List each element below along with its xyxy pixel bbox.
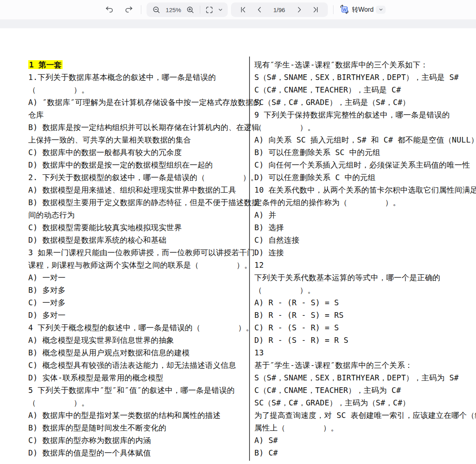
first-page-icon [239,6,247,14]
document-text-line: B) 选择 [254,221,476,234]
document-text-line: D) 可以任意删除关系 C 中的元组 [254,171,476,184]
document-text-line: 13 [254,346,476,359]
fit-page-icon [205,6,214,14]
document-text-line: 属性上（ ）。 [254,422,476,434]
document-text-line: C) 自然连接 [254,234,476,246]
document-text-line: B) 可以任意删除关系 SC 中的元组 [254,146,476,159]
undo-button[interactable] [103,3,116,17]
next-page-icon [295,6,303,14]
document-text-line: B) C# [254,447,476,459]
document-text-line: B) 数据库是按一定结构组织并可以长期存储在计算机内的、在逻辑 [28,121,250,134]
document-text-line: 5 下列关于数据库中″型″和″值″的叙述中，哪一条是错误的 [28,384,250,397]
document-text-line: （ ）。 [254,284,476,296]
document-text-line: （ ）。 [28,84,250,96]
pdf-toolbar: 125% [0,0,476,19]
document-text-line: 课程，则课程与教师这两个实体型之间的联系是（ ）。 [28,259,250,271]
document-text-line: C) 向任何一个关系插入元组时，必须保证关系主码值的唯一性 [254,159,476,171]
page-navigation-group: 1/96 [231,2,328,17]
document-text-line: A) 向关系 SC 插入元组时，S# 和 C# 都不能是空值（NULL） [254,134,476,146]
document-text-line: C) 概念模型具有较强的语法表达能力，却无法描述语义信息 [28,359,250,372]
convert-to-word-label: 转Word [352,6,374,14]
document-text-line: A) 数据库中的型是指对某一类数据的结构和属性的描述 [28,409,250,422]
document-text-line: 4 下列关于概念模型的叙述中，哪一条是错误的（ ）。 [28,321,250,334]
document-text-line: 9 下列关于保持数据库完整性的叙述中，哪一条是错误的 [254,109,476,121]
document-text-line: SC（S#，C#，GRADE），主码是（S#，C#） [254,96,476,109]
document-text-line: A) 并 [254,209,476,221]
zoom-group-divider [200,6,200,14]
convert-to-word-icon: W [340,4,349,15]
document-text-line: A) 概念模型是现实世界到信息世界的抽象 [28,334,250,346]
document-text-line: 上保持一致的、可共享的大量相关联数据的集合 [28,134,250,146]
document-text-line: 现有″学生-选课-课程″数据库中的三个关系如下： [254,59,476,71]
document-text-line: 定条件的元组的操作称为（ ）。 [254,196,476,209]
document-text-line: C（C#，CNAME，TEACHER），主码为 C# [254,384,476,397]
convert-to-word-button[interactable]: W 转Word [339,3,375,17]
document-text-line: C) 数据模型需要能比较真实地模拟现实世界 [28,221,250,234]
redo-button[interactable] [122,3,136,17]
document-text-line: B) 数据库的型是随时间发生不断变化的 [28,422,250,434]
document-text-line: D) 数据模型是数据库系统的核心和基础 [28,234,250,246]
document-text-line: 下列关于关系代数基本运算的等式中，哪一个是正确的 [254,271,476,284]
document-text-line: C) 数据库中的数据一般都具有较大的冗余度 [28,146,250,159]
zoom-level-value[interactable]: 125% [164,6,184,13]
document-text-line: 10 在关系代数中，从两个关系的笛卡尔积中选取它们属性间满足一 [254,184,476,196]
right-text-column: 现有″学生-选课-课程″数据库中的三个关系如下：S（S#，SNAME，SEX，B… [254,59,476,459]
document-text-line: 为了提高查询速度，对 SC 表创建唯一索引，应该建立在哪个（组） [254,409,476,422]
document-text-line: C) 数据库的型亦称为数据库的内涵 [28,434,250,447]
document-text-line: A) S# [254,434,476,447]
svg-text:W: W [342,7,346,12]
document-text-line: 1 第一套 [28,59,250,71]
document-text-line: B) R - (R - S) = RS [254,309,476,321]
chevron-down-icon [218,7,223,12]
prev-page-icon [256,6,264,14]
zoom-out-button[interactable] [150,3,164,17]
zoom-in-button[interactable] [184,3,197,17]
document-text-line: 仓库 [28,109,250,121]
first-page-button[interactable] [237,3,250,17]
document-text-line: C) R - (S - R) = S [254,321,476,334]
document-text-line: D) 实体-联系模型是最常用的概念模型 [28,372,250,384]
left-text-column: 1 第一套1.下列关于数据库基本概念的叙述中，哪一条是错误的（ ）。A) ″数据… [28,59,250,459]
document-text-line: A) R - (R - S) = S [254,296,476,309]
document-text-line: SC（S#，C#，GRADE），主码为（S#，C#） [254,397,476,409]
document-text-line: 3 如果一门课程只能由一位教师讲授，而一位教师可以讲授若干门 [28,246,250,259]
document-text-line: 基于″学生-选课-课程″数据库中的三个关系： [254,359,476,372]
document-text-line: 12 [254,259,476,271]
document-text-line: C（C#，CNAME，TEACHER），主码是 C# [254,84,476,96]
document-text-line: B) 概念模型是从用户观点对数据和信息的建模 [28,346,250,359]
last-page-button[interactable] [308,3,322,17]
document-text-line: C) 一对多 [28,296,250,309]
zoom-controls-group: 125% [147,2,228,17]
document-text-line: S（S#，SNAME，SEX，BIRTHYEAR，DEPT），主码为 S# [254,372,476,384]
document-text-line: （ ）。 [28,397,250,409]
previous-page-button[interactable] [253,3,266,17]
document-text-line: （ ）。 [254,121,476,134]
document-text-line: B) 数据模型主要用于定义数据库的静态特征，但是不便于描述数据 [28,196,250,209]
document-text-line: D) 数据库中的数据是按一定的数据模型组织在一起的 [28,159,250,171]
highlighted-section-heading: 1 第一套 [28,60,63,69]
document-text-line: 间的动态行为 [28,209,250,221]
undo-icon [105,5,114,14]
toolbar-divider [141,5,141,14]
convert-options-dropdown[interactable] [376,6,386,14]
zoom-out-icon [152,6,161,14]
document-text-line: A) 一对一 [28,271,250,284]
document-text-line: B) 多对多 [28,284,250,296]
toolbar-divider [333,5,333,14]
fit-page-button[interactable] [203,3,216,17]
page-indicator[interactable]: 1/96 [269,6,290,13]
redo-icon [124,5,133,14]
document-text-line: D) 连接 [254,246,476,259]
document-background-gap [0,19,476,28]
document-text-line: 1.下列关于数据库基本概念的叙述中，哪一条是错误的 [28,71,250,84]
last-page-icon [311,6,319,14]
document-text-line: D) 数据库的值是型的一个具体赋值 [28,447,250,459]
document-text-line: A) ″数据库″可理解为是在计算机存储设备中按一定格式存放数据的 [28,96,250,109]
document-text-line: A) 数据模型是用来描述、组织和处理现实世界中数据的工具 [28,184,250,196]
document-text-line: D) 多对一 [28,309,250,321]
fit-options-dropdown[interactable] [216,3,224,17]
document-text-line: D) R - (S - R) = R S [254,334,476,346]
document-text-line: 2. 下列关于数据模型的叙述中，哪一条是错误的（ ）。 [28,171,250,184]
next-page-button[interactable] [292,3,306,17]
pdf-page: 1 第一套1.下列关于数据库基本概念的叙述中，哪一条是错误的（ ）。A) ″数据… [0,28,476,464]
